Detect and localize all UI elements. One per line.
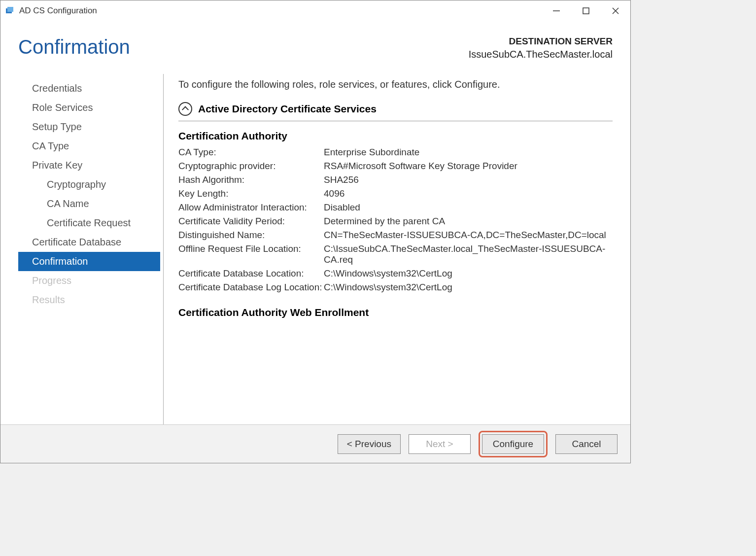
sidebar: CredentialsRole ServicesSetup TypeCA Typ…	[18, 74, 164, 424]
section-heading-ca: Certification Authority	[178, 130, 613, 142]
kv-row: Certificate Database Log Location:C:\Win…	[178, 282, 613, 293]
window-title: AD CS Configuration	[19, 6, 97, 16]
close-button[interactable]	[601, 0, 630, 21]
kv-table: CA Type:Enterprise SubordinateCryptograp…	[178, 147, 613, 293]
next-button: Next >	[409, 434, 471, 454]
cancel-button[interactable]: Cancel	[555, 434, 618, 454]
sidebar-item-certificate-request[interactable]: Certificate Request	[18, 213, 160, 233]
sidebar-item-credentials[interactable]: Credentials	[18, 79, 160, 98]
collapsible-header[interactable]: Active Directory Certificate Services	[178, 102, 613, 121]
titlebar: AD CS Configuration	[0, 0, 630, 21]
minimize-button[interactable]	[542, 0, 571, 21]
kv-val: Disabled	[324, 202, 613, 213]
configure-highlight: Configure	[479, 431, 548, 457]
sidebar-item-private-key[interactable]: Private Key	[18, 156, 160, 175]
sidebar-item-role-services[interactable]: Role Services	[18, 98, 160, 117]
destination-block: DESTINATION SERVER IssueSubCA.TheSecMast…	[469, 36, 613, 60]
kv-key: Certificate Validity Period:	[178, 216, 324, 227]
kv-row: Certificate Database Location:C:\Windows…	[178, 268, 613, 279]
kv-row: CA Type:Enterprise Subordinate	[178, 147, 613, 158]
kv-key: Certificate Database Location:	[178, 268, 324, 279]
kv-val: C:\Windows\system32\CertLog	[324, 268, 613, 279]
kv-val: SHA256	[324, 174, 613, 185]
chevron-up-icon	[178, 102, 192, 116]
kv-key: Key Length:	[178, 188, 324, 199]
kv-val: C:\Windows\system32\CertLog	[324, 282, 613, 293]
sidebar-item-ca-type[interactable]: CA Type	[18, 137, 160, 156]
page-title: Confirmation	[18, 36, 130, 58]
body: CredentialsRole ServicesSetup TypeCA Typ…	[0, 65, 630, 424]
configure-button[interactable]: Configure	[482, 434, 544, 454]
destination-server: IssueSubCA.TheSecMaster.local	[469, 49, 613, 60]
kv-val: Enterprise Subordinate	[324, 147, 613, 158]
sidebar-item-cryptography[interactable]: Cryptography	[18, 175, 160, 194]
sidebar-item-setup-type[interactable]: Setup Type	[18, 117, 160, 137]
sidebar-item-certificate-database[interactable]: Certificate Database	[18, 233, 160, 252]
footer: < Previous Next > Configure Cancel	[0, 424, 630, 463]
destination-label: DESTINATION SERVER	[469, 36, 613, 47]
kv-val: Determined by the parent CA	[324, 216, 613, 227]
app-icon	[5, 6, 15, 16]
kv-key: Hash Algorithm:	[178, 174, 324, 185]
kv-val: RSA#Microsoft Software Key Storage Provi…	[324, 161, 613, 172]
maximize-button[interactable]	[571, 0, 601, 21]
kv-key: Certificate Database Log Location:	[178, 282, 324, 293]
sidebar-item-progress: Progress	[18, 271, 160, 290]
kv-key: Cryptographic provider:	[178, 161, 324, 172]
kv-row: Distinguished Name:CN=TheSecMaster-ISSUE…	[178, 230, 613, 241]
kv-row: Cryptographic provider:RSA#Microsoft Sof…	[178, 161, 613, 172]
kv-key: Allow Administrator Interaction:	[178, 202, 324, 213]
kv-row: Certificate Validity Period:Determined b…	[178, 216, 613, 227]
previous-button[interactable]: < Previous	[338, 434, 401, 454]
kv-val: C:\IssueSubCA.TheSecMaster.local_TheSecM…	[324, 243, 613, 265]
header: Confirmation DESTINATION SERVER IssueSub…	[0, 21, 630, 65]
sidebar-item-ca-name[interactable]: CA Name	[18, 194, 160, 213]
kv-row: Hash Algorithm:SHA256	[178, 174, 613, 185]
kv-row: Allow Administrator Interaction:Disabled	[178, 202, 613, 213]
sidebar-item-results: Results	[18, 290, 160, 310]
main-content: To configure the following roles, role s…	[164, 74, 613, 424]
section-heading-web-enroll: Certification Authority Web Enrollment	[178, 307, 613, 318]
intro-text: To configure the following roles, role s…	[178, 79, 613, 90]
kv-key: CA Type:	[178, 147, 324, 158]
svg-rect-1	[7, 7, 13, 12]
sidebar-item-confirmation[interactable]: Confirmation	[18, 252, 160, 271]
kv-val: 4096	[324, 188, 613, 199]
kv-val: CN=TheSecMaster-ISSUESUBCA-CA,DC=TheSecM…	[324, 230, 613, 241]
kv-row: Key Length:4096	[178, 188, 613, 199]
kv-key: Offline Request File Location:	[178, 243, 324, 265]
svg-rect-3	[583, 8, 589, 14]
titlebar-controls	[542, 0, 630, 21]
kv-row: Offline Request File Location:C:\IssueSu…	[178, 243, 613, 265]
wizard-window: AD CS Configuration Confirmation DESTINA…	[0, 0, 631, 463]
kv-key: Distinguished Name:	[178, 230, 324, 241]
collapsible-title: Active Directory Certificate Services	[198, 103, 377, 115]
